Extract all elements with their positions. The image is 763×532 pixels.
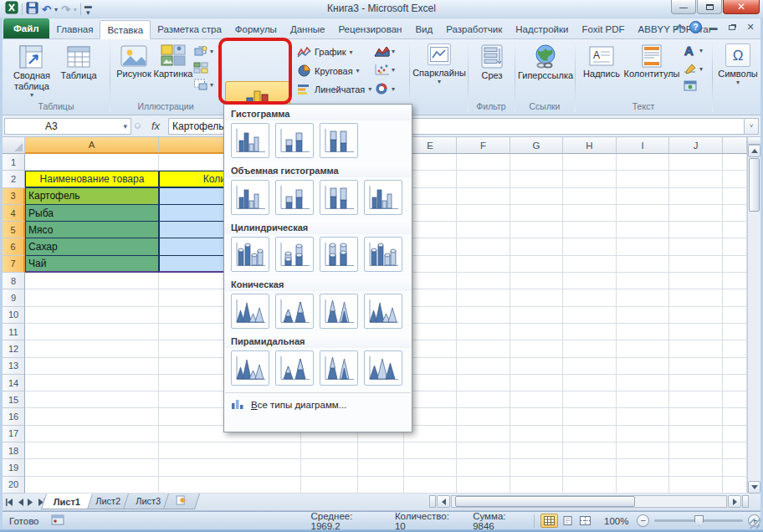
cell-F9[interactable] (457, 289, 510, 306)
zoom-slider-thumb[interactable] (694, 515, 704, 526)
cell-D19[interactable] (358, 459, 404, 476)
cell-A7[interactable]: Чай (25, 256, 159, 273)
cell-F14[interactable] (457, 375, 510, 391)
workbook-close-icon[interactable]: ✕ (744, 22, 757, 33)
cell-X15[interactable] (723, 391, 747, 408)
chart-type-stacked-column[interactable] (275, 123, 314, 158)
chart-type-stacked-cylinder[interactable] (275, 237, 314, 272)
horizontal-split-handle[interactable] (742, 495, 749, 508)
cell-J2[interactable] (669, 171, 723, 187)
cell-F5[interactable] (457, 222, 510, 238)
cell-J16[interactable] (669, 408, 723, 425)
row-header-15[interactable]: 15 (3, 391, 25, 408)
cell-A12[interactable] (25, 340, 159, 357)
cell-I3[interactable] (617, 188, 669, 205)
cell-H2[interactable] (563, 171, 617, 187)
insert-function-icon[interactable]: fx (143, 120, 168, 133)
cell-I19[interactable] (617, 459, 669, 476)
cell-A20[interactable] (25, 477, 159, 494)
cell-A6[interactable]: Сахар (25, 238, 159, 255)
cell-X3[interactable] (723, 188, 747, 205)
cell-A10[interactable] (25, 307, 159, 324)
cell-C18[interactable] (301, 442, 358, 459)
page-break-view-button[interactable] (576, 514, 594, 528)
cell-F15[interactable] (457, 391, 510, 408)
cell-G19[interactable] (510, 459, 563, 476)
row-header-9[interactable]: 9 (3, 289, 25, 306)
tab-developer[interactable]: Разработчик (439, 19, 509, 38)
cell-I12[interactable] (617, 340, 669, 357)
vertical-scroll-thumb[interactable] (749, 158, 760, 212)
expand-formula-bar-icon[interactable]: ˅ (744, 118, 759, 135)
cell-J4[interactable] (669, 205, 723, 222)
row-header-17[interactable]: 17 (3, 426, 25, 442)
cell-J5[interactable] (669, 222, 723, 238)
chart-type-3d-stacked-column-100[interactable] (320, 180, 358, 215)
clipart-button[interactable]: Картинка (153, 42, 193, 79)
chart-type-stacked-cone-100[interactable] (320, 294, 358, 329)
cell-F17[interactable] (457, 426, 510, 442)
macro-record-icon[interactable] (51, 514, 64, 527)
picture-button[interactable]: Рисунок (115, 42, 153, 79)
cell-H7[interactable] (563, 256, 617, 273)
zoom-level[interactable]: 100% (604, 516, 628, 526)
cell-H15[interactable] (563, 391, 617, 408)
cell-G4[interactable] (510, 205, 563, 222)
cell-X19[interactable] (723, 459, 747, 476)
cell-I7[interactable] (617, 256, 669, 273)
cell-A5[interactable]: Мясо (25, 222, 159, 238)
tab-formulas[interactable]: Формулы (228, 19, 284, 38)
cell-G2[interactable] (510, 171, 563, 187)
hscroll-left-button[interactable] (437, 495, 450, 508)
chart-type-clustered-cylinder[interactable] (231, 237, 269, 272)
cell-F2[interactable] (457, 171, 510, 187)
cell-I6[interactable] (617, 238, 669, 255)
cell-H16[interactable] (563, 408, 617, 425)
cell-H4[interactable] (563, 205, 617, 222)
column-header-H[interactable]: H (563, 137, 617, 154)
cell-A2[interactable]: Наименование товара (25, 171, 159, 187)
cell-I8[interactable] (617, 273, 669, 289)
row-header-8[interactable]: 8 (3, 273, 25, 289)
maximize-button[interactable] (697, 0, 722, 14)
cell-B19[interactable] (159, 459, 301, 476)
header-footer-button[interactable]: Колонтитулы (623, 42, 680, 79)
cell-I18[interactable] (617, 442, 669, 459)
page-layout-view-button[interactable] (558, 514, 576, 528)
doughnut-chart-button[interactable]: ▾ (374, 82, 395, 95)
cell-X14[interactable] (723, 375, 747, 391)
cell-G9[interactable] (510, 289, 563, 306)
cell-J20[interactable] (669, 477, 723, 494)
cell-I16[interactable] (617, 408, 669, 425)
row-header-11[interactable]: 11 (3, 324, 25, 340)
cell-H19[interactable] (563, 459, 617, 476)
row-header-6[interactable]: 6 (3, 238, 25, 255)
row-header-5[interactable]: 5 (3, 222, 25, 238)
cell-F13[interactable] (457, 358, 510, 375)
cell-I17[interactable] (617, 426, 669, 442)
row-header-7[interactable]: 7 (3, 256, 25, 273)
object-button[interactable] (684, 79, 698, 92)
cell-J11[interactable] (669, 324, 723, 340)
cell-F12[interactable] (457, 340, 510, 357)
symbols-button[interactable]: Ω Символы ▾ (717, 42, 759, 85)
next-sheet-icon[interactable] (28, 494, 33, 509)
cell-F1[interactable] (457, 154, 510, 171)
cell-J10[interactable] (669, 307, 723, 324)
cell-X4[interactable] (723, 205, 747, 222)
pie-chart-button[interactable]: Круговая▾ (297, 64, 360, 77)
column-header-A[interactable]: A (25, 137, 159, 154)
workbook-restore-icon[interactable] (725, 22, 739, 33)
cell-I14[interactable] (617, 375, 669, 391)
cell-H13[interactable] (563, 358, 617, 375)
textbox-button[interactable]: A Надпись (580, 42, 623, 79)
row-header-19[interactable]: 19 (3, 459, 25, 476)
cell-H9[interactable] (563, 289, 617, 306)
hscroll-right-button[interactable] (728, 495, 741, 508)
chart-type-clustered-pyramid[interactable] (231, 350, 269, 386)
cell-H6[interactable] (563, 238, 617, 255)
chart-type-3d-cone[interactable] (364, 294, 402, 329)
cell-G5[interactable] (510, 222, 563, 238)
wordart-button[interactable]: A ▾ (684, 44, 703, 57)
cell-I5[interactable] (617, 222, 669, 238)
